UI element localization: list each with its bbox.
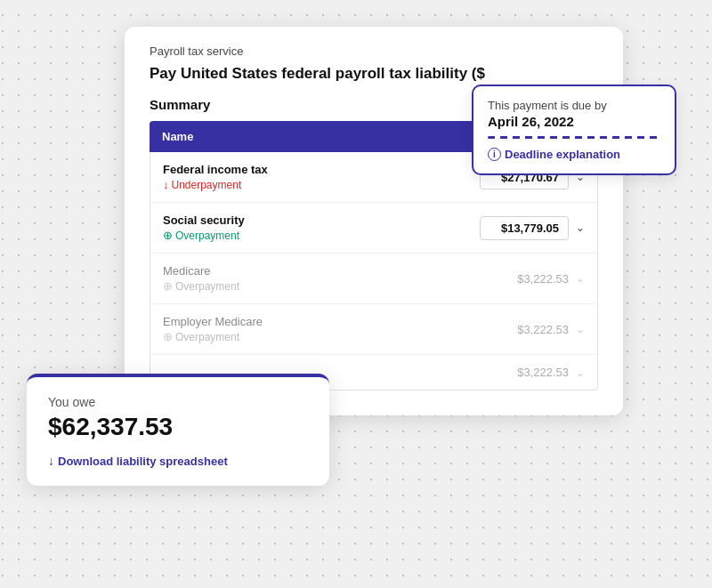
you-owe-label: You owe [48,395,308,409]
you-owe-amount: $62,337.53 [48,413,308,441]
row-name-employer-medicare: Employer Medicare [163,315,480,328]
deadline-tooltip: This payment is due by April 26, 2022 i … [472,85,676,175]
chevron-icon-employer-medicare[interactable]: ⌄ [576,323,585,335]
table-row: Employer Medicare ⊕ Overpayment $3,222.5… [150,304,597,355]
circle-muted-icon-2: ⊕ [163,330,173,343]
download-liability-link[interactable]: ↓ Download liability spreadsheet [48,454,308,468]
circle-plus-icon: ⊕ [163,229,173,242]
table-row: Medicare ⊕ Overpayment $3,222.53 ⌄ [150,254,597,304]
row-right-social: $13,779.05 ⌄ [480,216,585,240]
row-left: Medicare ⊕ Overpayment [163,264,480,293]
row-left: Employer Medicare ⊕ Overpayment [163,315,480,343]
amount-muted-employer-medicare: $3,222.53 [480,323,569,336]
arrow-down-icon: ↓ [163,178,169,191]
circle-muted-icon: ⊕ [163,279,173,293]
deadline-divider [488,136,660,139]
table-body: Federal income tax ↓ Underpayment $27,17… [150,152,598,391]
page-title: Pay United States federal payroll tax li… [150,65,598,83]
amount-muted-extra: $3,222.53 [480,366,569,379]
chevron-icon-extra[interactable]: ⌄ [576,366,585,379]
row-status-social: ⊕ Overpayment [163,229,480,242]
row-status-employer-medicare: ⊕ Overpayment [163,330,480,343]
row-left: Federal income tax ↓ Underpayment [163,163,480,191]
chevron-icon-social[interactable]: ⌄ [576,222,585,234]
service-title: Payroll tax service [150,44,598,58]
row-name-federal: Federal income tax [163,163,480,176]
row-name-medicare: Medicare [163,264,480,278]
amount-box-social: $13,779.05 [480,216,569,240]
row-right-extra: $3,222.53 ⌄ [480,366,585,379]
info-icon: i [488,148,501,161]
table-header-name: Name [162,130,479,143]
deadline-explanation-link[interactable]: i Deadline explanation [488,148,660,161]
table-row: Social security ⊕ Overpayment $13,779.05… [150,203,597,254]
row-right-medicare: $3,222.53 ⌄ [480,272,585,286]
download-icon: ↓ [48,454,54,468]
row-name-social: Social security [163,213,480,227]
amount-muted-medicare: $3,222.53 [480,272,569,286]
you-owe-card: You owe $62,337.53 ↓ Download liability … [27,374,329,486]
row-status-medicare: ⊕ Overpayment [163,279,480,293]
deadline-due-label: This payment is due by [488,99,660,112]
row-right-employer-medicare: $3,222.53 ⌄ [480,323,585,336]
chevron-icon-medicare[interactable]: ⌄ [576,272,585,285]
row-left: Social security ⊕ Overpayment [163,213,480,242]
deadline-date: April 26, 2022 [488,114,660,129]
row-status-federal: ↓ Underpayment [163,178,480,191]
